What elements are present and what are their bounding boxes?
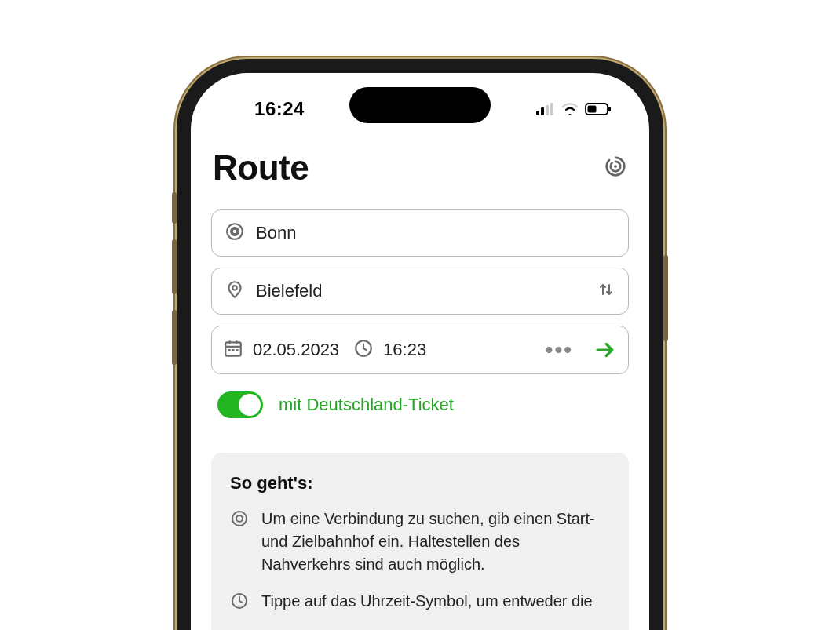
- dynamic-island: [349, 87, 491, 123]
- svg-rect-3: [550, 103, 553, 115]
- svg-rect-18: [232, 349, 234, 351]
- activity-icon[interactable]: [604, 155, 627, 181]
- volume-down-button: [172, 310, 177, 365]
- origin-field[interactable]: Bonn: [211, 209, 629, 257]
- search-go-button[interactable]: [593, 338, 617, 362]
- deutschland-ticket-label: mit Deutschland-Ticket: [279, 395, 454, 415]
- date-value[interactable]: 02.05.2023: [253, 340, 339, 360]
- info-card: So geht's: Um eine Verbindung zu suchen,…: [211, 453, 629, 630]
- info-item-text: Tippe auf das Uhrzeit-Symbol, um entwede…: [261, 590, 593, 613]
- origin-icon: [225, 221, 245, 245]
- calendar-icon[interactable]: [223, 338, 243, 362]
- more-options-button[interactable]: •••: [546, 337, 573, 362]
- svg-point-22: [232, 512, 247, 526]
- info-item: Tippe auf das Uhrzeit-Symbol, um entwede…: [230, 590, 610, 614]
- svg-point-12: [232, 286, 236, 290]
- svg-point-11: [233, 230, 236, 233]
- info-title: So geht's:: [230, 473, 610, 493]
- app-content: Route: [191, 126, 649, 630]
- volume-up-button: [172, 239, 177, 294]
- svg-rect-5: [588, 106, 597, 113]
- svg-point-7: [614, 165, 617, 168]
- battery-icon: [585, 103, 612, 115]
- phone-frame: 16:24: [177, 59, 663, 630]
- destination-field[interactable]: Bielefeld: [211, 268, 629, 315]
- info-item: Um eine Verbindung zu suchen, gib einen …: [230, 508, 610, 576]
- origin-icon: [230, 509, 249, 531]
- svg-rect-0: [536, 111, 539, 115]
- time-value[interactable]: 16:23: [383, 340, 426, 360]
- side-button: [172, 192, 177, 224]
- svg-point-23: [236, 515, 243, 522]
- clock-icon[interactable]: [353, 338, 374, 362]
- status-time: 16:24: [228, 98, 331, 120]
- page-title: Route: [213, 148, 309, 188]
- svg-rect-1: [541, 107, 544, 115]
- destination-value: Bielefeld: [256, 281, 322, 301]
- deutschland-ticket-toggle[interactable]: [217, 391, 263, 418]
- page-header: Route: [211, 148, 629, 188]
- svg-rect-19: [236, 349, 238, 351]
- wifi-icon: [561, 103, 579, 115]
- datetime-row: 02.05.2023 16:23 •••: [211, 326, 629, 374]
- swap-icon[interactable]: [597, 280, 615, 302]
- svg-rect-17: [228, 349, 231, 351]
- status-indicators: [536, 103, 612, 115]
- svg-rect-2: [546, 105, 549, 115]
- destination-pin-icon: [225, 279, 245, 303]
- svg-rect-13: [225, 342, 241, 355]
- screen: 16:24: [191, 73, 649, 630]
- deutschland-ticket-toggle-row: mit Deutschland-Ticket: [211, 391, 629, 418]
- origin-value: Bonn: [256, 223, 296, 243]
- svg-rect-6: [608, 107, 611, 111]
- cellular-icon: [536, 103, 555, 115]
- info-item-text: Um eine Verbindung zu suchen, gib einen …: [261, 508, 610, 576]
- clock-icon: [230, 592, 249, 614]
- power-button: [663, 255, 668, 341]
